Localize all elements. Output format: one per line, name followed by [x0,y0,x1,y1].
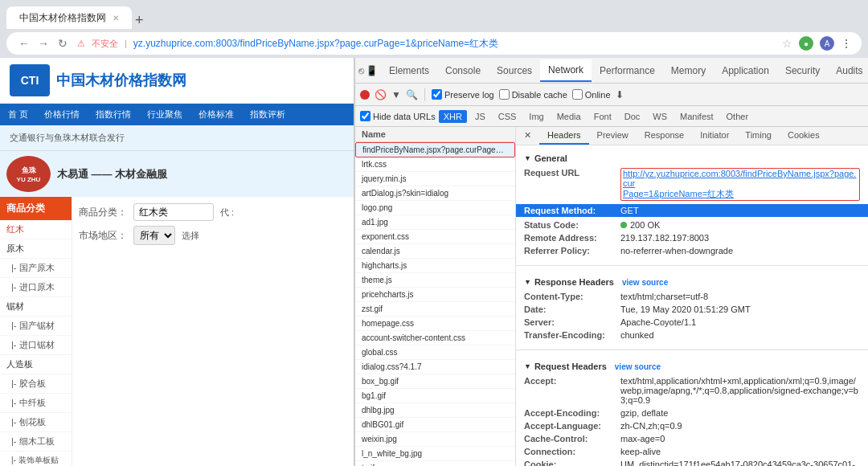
request-item-5[interactable]: ad1.jpg [355,215,515,230]
url-input[interactable] [133,38,776,49]
download-icon[interactable]: ⬇ [616,89,624,100]
menu-button[interactable]: ⋮ [841,37,852,50]
cat-jucai[interactable]: 锯材 [0,297,72,317]
response-view-source[interactable]: view source [622,278,668,287]
request-item-19[interactable]: dhlBG01.gif [355,418,515,432]
request-item-1[interactable]: lrtk.css [355,157,515,172]
request-item-20[interactable]: weixin.jpg [355,432,515,447]
detail-tab-preview[interactable]: Preview [589,127,637,145]
tab-elements[interactable]: Elements [381,60,437,81]
request-item-7[interactable]: calendar.js [355,244,515,259]
online-checkbox[interactable] [572,89,583,100]
cat-zhuangshi[interactable]: |- 装饰单板贴面人造板 [0,452,72,466]
tab-audits[interactable]: Audits [828,60,868,81]
filter-manifest[interactable]: Manifest [675,110,719,123]
preserve-log-checkbox[interactable] [432,89,442,100]
tab-memory[interactable]: Memory [663,60,714,81]
detail-tab-timing[interactable]: Timing [737,127,780,145]
back-button[interactable]: ← [16,35,32,51]
transfer-encoding-row: Transfer-Encoding: chunked [524,329,860,341]
detail-tab-response[interactable]: Response [637,127,693,145]
fish-logo-sub: YU ZHU [17,176,41,183]
request-item-13[interactable]: account-switcher-content.css [355,331,515,345]
request-item-4[interactable]: logo.png [355,201,515,215]
cat-renzaoban[interactable]: 人造板 [0,355,72,374]
nav-price[interactable]: 价格行情 [36,104,88,125]
filter-js[interactable]: JS [470,110,490,123]
request-item-6[interactable]: exponent.css [355,230,515,244]
record-button[interactable] [360,90,370,100]
request-item-14[interactable]: global.css [355,345,515,360]
detail-tab-cookies[interactable]: Cookies [780,127,828,145]
request-view-source[interactable]: view source [615,362,661,371]
request-item-22[interactable]: t.gif [355,461,515,466]
profile-icon[interactable]: ● [799,36,813,51]
request-item-11[interactable]: zst.gif [355,302,515,317]
cat-zhongxianban[interactable]: |- 中纤板 [0,394,72,413]
nav-analysis[interactable]: 指数评析 [242,104,293,125]
request-item-17[interactable]: bg1.gif [355,389,515,403]
nav-standard[interactable]: 价格标准 [190,104,242,125]
detail-tab-close[interactable]: ✕ [516,127,539,145]
account-icon[interactable]: A [820,36,834,51]
cat-jiaoheban[interactable]: |- 胶合板 [0,374,72,394]
cat-ximugongban[interactable]: |- 细木工板 [0,432,72,452]
tab-sources[interactable]: Sources [489,60,540,81]
filter-icon[interactable]: ▼ [391,89,401,100]
filter-font[interactable]: Font [589,110,616,123]
tab-close-icon[interactable]: ✕ [113,14,119,22]
cat-guochan-yuanmu[interactable]: |- 国产原木 [0,259,72,278]
service-text: 木易通 —— 木材金融服 [57,167,167,182]
tab-application[interactable]: Application [714,60,777,81]
nav-industry[interactable]: 行业聚焦 [139,104,190,125]
inspect-icon[interactable]: ⎋ [358,65,364,76]
tab-network[interactable]: Network [540,59,592,82]
filter-ws[interactable]: WS [648,110,672,123]
cat-jinkou-jucai[interactable]: |- 进口锯材 [0,336,72,355]
nav-index[interactable]: 指数行情 [88,104,139,125]
cat-yuanmu[interactable]: 原木 [0,239,72,259]
filter-other[interactable]: Other [722,110,754,123]
clear-icon[interactable]: 🚫 [375,89,387,100]
device-icon[interactable]: 📱 [366,65,378,76]
filter-img[interactable]: Img [524,110,548,123]
request-item-8[interactable]: highcharts.js [355,259,515,273]
region-select[interactable]: 所有 [133,226,175,245]
request-item-16[interactable]: box_bg.gif [355,374,515,389]
detail-tab-headers[interactable]: Headers [539,127,589,145]
detail-tab-initiator[interactable]: Initiator [692,127,737,145]
request-item-21[interactable]: l_n_white_bg.jpg [355,447,515,461]
bookmark-icon[interactable]: ☆ [782,37,792,50]
forward-button[interactable]: → [35,35,51,51]
request-item-15[interactable]: idialog.css?4.1.7 [355,360,515,374]
cat-hongmu[interactable]: 红木 [0,220,72,239]
request-item-3[interactable]: artDialog.js?skin=idialog [355,186,515,201]
request-item-2[interactable]: jquery.min.js [355,172,515,186]
request-item-main[interactable]: findPriceByName.jspx?page.curPage=1&pric [355,142,515,157]
filter-xhr[interactable]: XHR [439,110,467,123]
cat-guochan-jucai[interactable]: |- 国产锯材 [0,317,72,336]
category-input[interactable] [133,203,214,221]
hide-data-urls-checkbox[interactable] [360,111,371,121]
request-item-18[interactable]: dhlbg.jpg [355,403,515,418]
tab-console[interactable]: Console [437,60,489,81]
filter-doc[interactable]: Doc [620,110,645,123]
referrer-policy-val: no-referrer-when-downgrade [620,246,860,255]
filter-media[interactable]: Media [552,110,586,123]
website-area: CTI 中国木材价格指数网 首 页 价格行情 指数行情 行业聚焦 价格标准 指数… [0,58,354,466]
filter-css[interactable]: CSS [493,110,522,123]
nav-home[interactable]: 首 页 [0,104,36,125]
request-item-12[interactable]: homepage.css [355,317,515,331]
tab-security[interactable]: Security [777,60,828,81]
browser-tab[interactable]: 中国木材价格指数网 ✕ [6,6,132,29]
request-item-9[interactable]: theme.js [355,273,515,288]
disable-cache-checkbox[interactable] [499,89,510,100]
cat-baohuaban[interactable]: |- 刨花板 [0,413,72,432]
refresh-button[interactable]: ↻ [55,35,71,51]
request-item-10[interactable]: pricehcharts.js [355,288,515,302]
search-icon[interactable]: 🔍 [406,89,418,100]
new-tab-button[interactable]: + [135,12,144,29]
cat-jinkou-yuanmu[interactable]: |- 进口原木 [0,278,72,297]
separator: | [125,39,127,48]
tab-performance[interactable]: Performance [592,60,663,81]
